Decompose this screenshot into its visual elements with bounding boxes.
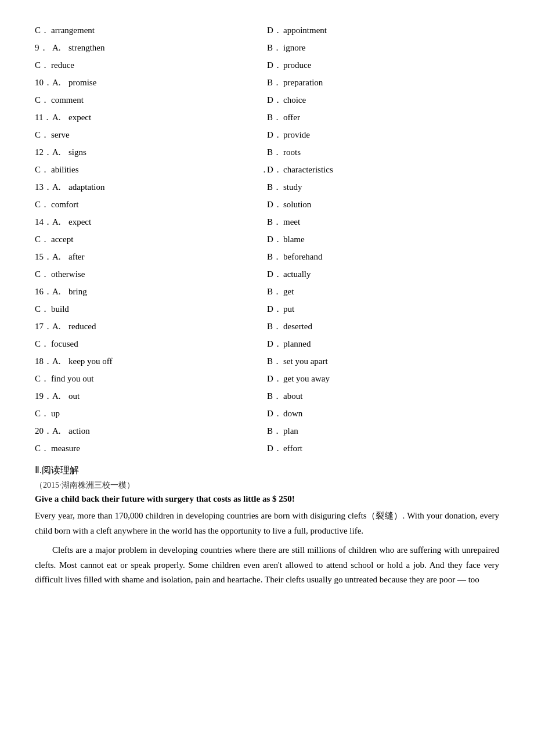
option-text: characteristics	[283, 163, 333, 177]
option-text: preparation	[283, 75, 323, 89]
table-row: 17． A. reduced B． deserted	[35, 319, 499, 333]
option-letter: D．	[267, 197, 283, 211]
option-letter: D．	[267, 23, 283, 37]
option-letter: C．	[35, 267, 51, 281]
option-text: roots	[283, 145, 301, 159]
option-letter: B．	[267, 354, 283, 368]
option-text: strengthen	[68, 41, 104, 55]
question-number: 17．	[35, 319, 52, 333]
option-letter: C．	[35, 406, 51, 420]
option-letter: D．	[267, 372, 283, 386]
option-letter: A.	[52, 215, 68, 229]
option-text: serve	[51, 128, 70, 142]
table-row: 12． A. signs B． roots	[35, 145, 499, 159]
table-row: C． measure D． effort	[35, 441, 499, 455]
table-row: 18． A. keep you off B． set you apart	[35, 354, 499, 368]
option-text: focused	[51, 337, 78, 351]
option-text: offer	[283, 110, 300, 124]
option-text: actually	[283, 267, 311, 281]
table-row: C． reduce D． produce	[35, 58, 499, 72]
section-label: Ⅱ.阅读理解	[35, 465, 79, 475]
option-text: abilities	[51, 163, 79, 177]
question-number: 20．	[35, 424, 52, 438]
option-letter: A.	[52, 285, 68, 298]
option-letter: B．	[267, 424, 283, 438]
option-text: after	[68, 250, 84, 264]
option-letter: C．	[35, 58, 51, 72]
option-text: appointment	[283, 23, 327, 37]
option-letter: A.	[52, 75, 68, 89]
question-number: 11．	[35, 110, 52, 124]
question-number: 13．	[35, 180, 52, 194]
option-text: beforehand	[283, 250, 322, 264]
table-row: 11． A. expect B． offer	[35, 110, 499, 124]
option-letter: A.	[52, 110, 68, 124]
option-letter: D．	[267, 337, 283, 351]
option-text: signs	[68, 145, 86, 159]
option-text: action	[68, 424, 90, 438]
option-letter: A.	[52, 424, 68, 438]
sub-label: （2015·湖南株洲三校一模）	[35, 481, 135, 489]
page-content: C． arrangement D． appointment 9． A. stre…	[35, 23, 499, 588]
option-text: bring	[68, 285, 87, 298]
table-row: C． serve D． provide	[35, 128, 499, 142]
option-text: blame	[283, 232, 305, 246]
table-row: 9． A. strengthen B． ignore	[35, 41, 499, 55]
period-dot: ．	[260, 163, 269, 177]
option-letter: B．	[267, 319, 283, 333]
option-letter: D．	[267, 128, 283, 142]
option-text: provide	[283, 128, 310, 142]
article-paragraph-1: Every year, more than 170,000 children i…	[35, 509, 499, 538]
option-text: otherwise	[51, 267, 85, 281]
question-number: 19．	[35, 389, 52, 403]
option-text: expect	[68, 215, 91, 229]
option-letter: B．	[267, 110, 283, 124]
question-number: 14．	[35, 215, 52, 229]
question-number: 12．	[35, 145, 52, 159]
option-letter: D．	[267, 302, 283, 316]
option-text: comfort	[51, 197, 78, 211]
table-row: 13． A. adaptation B． study	[35, 180, 499, 194]
question-number: 10．	[35, 75, 52, 89]
option-letter: B．	[267, 389, 283, 403]
table-row: C． up D． down	[35, 406, 499, 420]
option-text: out	[68, 389, 80, 403]
option-text: solution	[283, 197, 311, 211]
option-letter: C．	[35, 163, 51, 177]
option-text: planned	[283, 337, 311, 351]
option-text: expect	[68, 110, 91, 124]
option-letter: C．	[35, 23, 51, 37]
table-row: C． arrangement D． appointment	[35, 23, 499, 37]
option-letter: A.	[52, 319, 68, 333]
option-letter: C．	[35, 232, 51, 246]
option-letter: D．	[267, 58, 283, 72]
option-text: promise	[68, 75, 96, 89]
option-letter: B．	[267, 250, 283, 264]
option-letter: A.	[52, 41, 68, 55]
option-letter: C．	[35, 372, 51, 386]
question-number: 15．	[35, 250, 52, 264]
option-text: study	[283, 180, 302, 194]
option-letter: A.	[52, 250, 68, 264]
table-row: 15． A. after B． beforehand	[35, 250, 499, 264]
option-text: keep you off	[68, 354, 113, 368]
article-paragraph-2: Clefts are a major problem in developing…	[35, 543, 499, 588]
table-row: 19． A. out B． about	[35, 389, 499, 403]
option-text: ignore	[283, 41, 305, 55]
article-title: Give a child back their future with surg…	[35, 494, 499, 504]
option-text: about	[283, 389, 302, 403]
table-row: 10． A. promise B． preparation	[35, 75, 499, 89]
option-text: get	[283, 285, 294, 298]
option-letter: B．	[267, 75, 283, 89]
option-letter: C．	[35, 197, 51, 211]
table-row: 16． A. bring B． get	[35, 285, 499, 298]
table-row: C． otherwise D． actually	[35, 267, 499, 281]
option-text: put	[283, 302, 294, 316]
option-letter: D．	[267, 406, 283, 420]
option-text: reduced	[68, 319, 96, 333]
option-letter: C．	[35, 128, 51, 142]
table-row: C． build D． put	[35, 302, 499, 316]
option-text: adaptation	[68, 180, 104, 194]
table-row: C． abilities ． D． characteristics	[35, 163, 499, 177]
table-row: 14． A. expect B． meet	[35, 215, 499, 229]
